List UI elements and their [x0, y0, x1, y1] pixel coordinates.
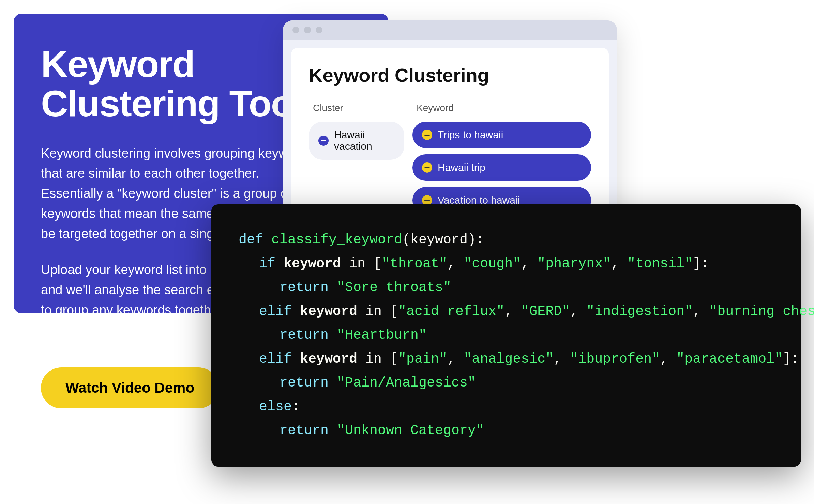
keyword-badge-0: Trips to hawaii — [412, 122, 591, 148]
code-line-7: else: — [239, 395, 774, 419]
col-keyword-label: Keyword — [417, 103, 454, 113]
col-cluster-label: Cluster — [313, 103, 408, 113]
keyword-minus-icon-0 — [422, 130, 432, 140]
keyword-minus-icon-1 — [422, 162, 432, 173]
browser-dot-1 — [292, 27, 299, 33]
keyword-label-1: Hawaii trip — [438, 162, 485, 173]
table-row: Hawaii vacation Trips to hawaii Hawaii t… — [309, 122, 591, 214]
keyword-badge-1: Hawaii trip — [412, 154, 591, 181]
cluster-minus-icon — [318, 136, 329, 146]
card-title: Keyword Clustering — [309, 64, 591, 86]
code-block: def classify_keyword(keyword): if keywor… — [211, 204, 801, 467]
keywords-column: Trips to hawaii Hawaii trip Vacation to … — [412, 122, 591, 214]
table-header: Cluster Keyword — [309, 103, 591, 113]
cluster-badge: Hawaii vacation — [309, 122, 404, 160]
watch-video-button[interactable]: Watch Video Demo — [41, 367, 219, 408]
main-container: Keyword Clustering Tool Keyword clusteri… — [0, 0, 814, 504]
browser-bar — [283, 20, 617, 40]
code-line-1: if keyword in ["throat", "cough", "phary… — [239, 252, 774, 276]
browser-dot-3 — [316, 27, 322, 33]
code-line-5: elif keyword in ["pain", "analgesic", "i… — [239, 347, 774, 371]
browser-dot-2 — [304, 27, 311, 33]
code-content: def classify_keyword(keyword): if keywor… — [239, 228, 774, 443]
code-line-6: return "Pain/Analgesics" — [239, 371, 774, 395]
code-line-4: return "Heartburn" — [239, 324, 774, 347]
keyword-label-0: Trips to hawaii — [438, 129, 503, 141]
code-line-8: return "Unknown Category" — [239, 419, 774, 443]
code-line-3: elif keyword in ["acid reflux", "GERD", … — [239, 300, 774, 324]
code-line-2: return "Sore throats" — [239, 276, 774, 300]
cluster-label: Hawaii vacation — [334, 129, 395, 152]
code-line-0: def classify_keyword(keyword): — [239, 228, 774, 252]
keyword-minus-icon-2 — [422, 195, 432, 205]
